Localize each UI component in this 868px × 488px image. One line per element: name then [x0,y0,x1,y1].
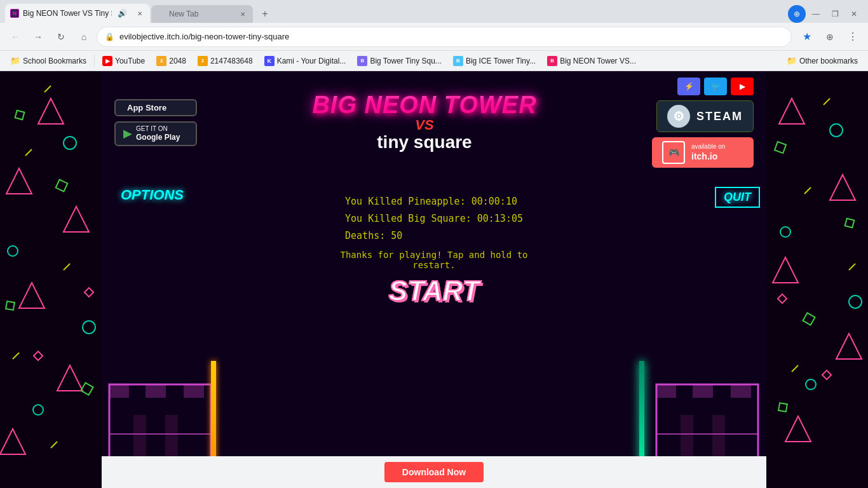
svg-rect-42 [146,384,165,397]
bookmark-big-neon-tower[interactable]: B Big NEON Tower VS... [542,53,641,69]
bookmark-big-tower[interactable]: B Big Tower Tiny Squ... [352,53,447,69]
big-tower-icon: B [357,56,367,66]
tab-inactive[interactable]: New Tab ✕ [151,5,253,23]
svg-rect-12 [6,301,15,310]
tab-close-active[interactable]: ✕ [135,8,145,18]
forward-button[interactable]: → [28,27,48,47]
quit-button[interactable]: QUIT [715,187,760,208]
bookmark-kami[interactable]: K Kami - Your Digital... [259,53,351,69]
store-buttons: App Store ▶ GET IT ONGoogle Play [114,99,197,146]
discord-button[interactable]: ⚡ [677,78,700,95]
bm-divider-1 [94,55,95,67]
2048-icon: 2 [156,56,166,66]
maximize-button[interactable]: ❐ [826,5,844,23]
svg-rect-41 [109,384,128,397]
game-stats: You Killed Pineapple: 00:00:10 You Kille… [345,193,523,245]
profile-icon: ⊕ [788,5,806,23]
svg-rect-32 [803,313,815,325]
new-tab-button[interactable]: + [255,5,275,23]
svg-rect-49 [656,384,675,397]
extensions-button[interactable]: ⊕ [820,27,840,47]
game-center-panel: You Killed Pineapple: 00:00:10 You Kille… [229,174,639,488]
itch-icon: 🎮 [662,141,685,164]
itch-button[interactable]: 🎮 available onitch.io [652,137,754,168]
game-right-panel: QUIT [639,174,766,488]
stat-big-square: You Killed Big Square: 00:13:05 [345,210,523,227]
game-container: App Store ▶ GET IT ONGoogle Play BIG NEO… [102,71,766,488]
game-title-area: BIG NEON TOWER VS tiny square [197,93,652,152]
steam-button[interactable]: ⚙ STEAM [656,100,754,132]
youtube-button[interactable]: ▶ [731,78,754,95]
game-left-panel: OPTIONS [102,174,229,488]
bookmarks-bar: 📁 School Bookmarks ▶ YouTube 2 2048 2 21… [0,51,868,71]
game-main-area: OPTIONS [102,174,766,488]
svg-marker-21 [779,98,804,124]
svg-rect-19 [85,288,93,297]
browser-frame: N Big NEON Tower VS Tiny Sq... 🔊 ✕ New T… [0,0,868,488]
svg-marker-3 [19,283,44,308]
svg-marker-24 [836,334,862,359]
options-button[interactable]: OPTIONS [121,187,229,203]
address-text: evilobjective.itch.io/big-neon-tower-tin… [119,32,783,41]
menu-button[interactable]: ⋮ [843,27,863,47]
svg-rect-10 [15,111,25,120]
svg-rect-50 [693,384,712,397]
game-top-section: App Store ▶ GET IT ONGoogle Play BIG NEO… [102,71,766,174]
bookmark-2048[interactable]: 2 2048 [151,53,191,69]
game-thanks-message: Thanks for playing! Tap and hold to rest… [340,250,527,270]
game-background: App Store ▶ GET IT ONGoogle Play BIG NEO… [0,71,868,488]
back-button[interactable]: ← [5,27,25,47]
svg-marker-22 [830,175,855,200]
svg-marker-4 [57,365,83,391]
minimize-button[interactable]: — [807,5,825,23]
svg-rect-51 [731,384,750,397]
speaker-icon[interactable]: 🔊 [116,7,128,20]
2147483648-icon: 2 [198,56,208,66]
close-window-button[interactable]: ✕ [845,5,863,23]
bookmark-school[interactable]: 📁 School Bookmarks [5,53,92,69]
svg-rect-33 [778,403,787,412]
steam-label: STEAM [696,110,743,123]
svg-line-18 [51,442,57,448]
bookmark-2147483648[interactable]: 2 2147483648 [193,53,258,69]
platform-buttons: ⚡ 🐦 ▶ ⚙ STEAM 🎮 available onitch.io [652,78,754,168]
left-side-decoration [0,71,102,488]
bookmark-star-button[interactable]: ★ [797,27,817,47]
svg-point-28 [849,295,862,308]
bookmark-school-label: School Bookmarks [23,57,86,65]
profile-button[interactable]: ⊕ [788,5,806,23]
reload-button[interactable]: ↻ [51,27,71,47]
bookmark-big-ice-tower[interactable]: B Big ICE Tower Tiny... [448,53,541,69]
address-bar[interactable]: 🔒 evilobjective.itch.io/big-neon-tower-t… [97,27,792,47]
app-store-button[interactable]: App Store [114,99,197,116]
start-button[interactable]: START [389,275,480,307]
bookmark-other[interactable]: 📁 Other bookmarks [782,53,863,69]
tab-active[interactable]: N Big NEON Tower VS Tiny Sq... 🔊 ✕ [5,4,150,23]
google-play-button[interactable]: ▶ GET IT ONGoogle Play [114,121,197,146]
svg-point-8 [83,321,95,334]
tab-title-active: Big NEON Tower VS Tiny Sq... [23,9,112,18]
svg-point-29 [806,379,816,390]
download-bar: Download Now [102,456,766,488]
toolbar: ← → ↻ ⌂ 🔒 evilobjective.itch.io/big-neon… [0,23,868,51]
bookmark-big-ice-tower-label: Big ICE Tower Tiny... [466,57,536,65]
download-now-button[interactable]: Download Now [384,462,484,482]
stat-pineapple: You Killed Pineapple: 00:00:10 [345,193,523,210]
svg-marker-2 [64,207,89,232]
bookmark-big-neon-tower-label: Big NEON Tower VS... [560,57,636,65]
home-button[interactable]: ⌂ [74,27,94,47]
tab-close-inactive[interactable]: ✕ [238,9,248,19]
stat-deaths: Deaths: 50 [345,227,523,245]
bookmark-youtube[interactable]: ▶ YouTube [97,53,150,69]
tab-favicon-active: N [10,9,19,18]
bookmark-other-label: Other bookmarks [799,57,858,65]
page-content: App Store ▶ GET IT ONGoogle Play BIG NEO… [0,71,868,488]
thanks-line1: Thanks for playing! Tap and hold to [340,250,527,260]
tab-favicon-new [156,10,165,18]
svg-marker-23 [773,257,798,283]
svg-point-27 [780,227,790,237]
kami-icon: K [264,56,275,66]
svg-marker-25 [785,416,811,442]
twitter-button[interactable]: 🐦 [704,78,727,95]
toolbar-right: ★ ⊕ ⋮ [797,27,863,47]
